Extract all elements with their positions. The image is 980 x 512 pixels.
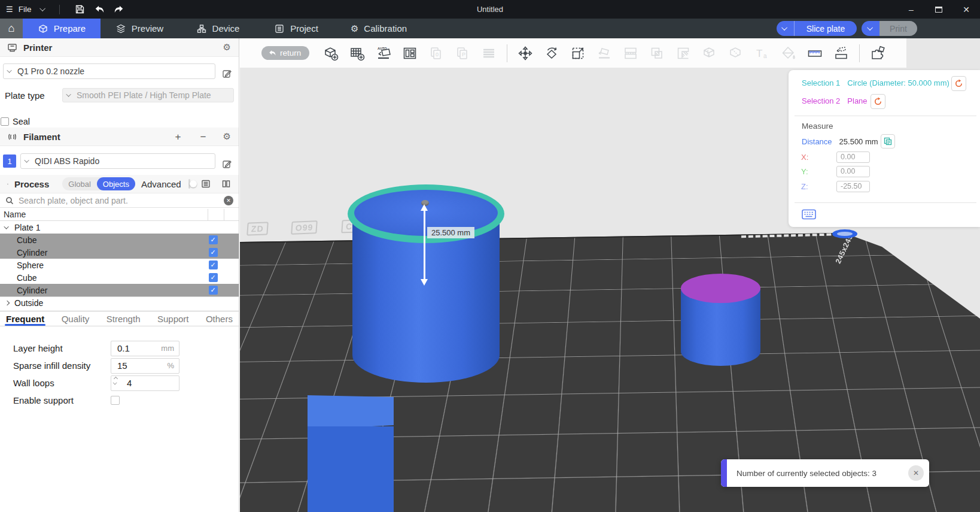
tab-quality[interactable]: Quality: [62, 311, 90, 326]
filament-preset-dropdown[interactable]: QIDI ABS Rapido: [20, 153, 215, 169]
tab-project[interactable]: Project: [257, 19, 335, 38]
tab-prepare[interactable]: Prepare: [23, 19, 101, 38]
scale-icon[interactable]: [570, 45, 586, 62]
plate-type-dropdown[interactable]: Smooth PEI Plate / High Temp Plate: [62, 88, 234, 102]
rotate-icon[interactable]: [543, 45, 560, 62]
axis-z-input[interactable]: -25.50: [836, 181, 870, 192]
plate-row[interactable]: Plate 1: [0, 221, 239, 234]
seal-checkbox[interactable]: [1, 117, 9, 126]
printer-preset-dropdown[interactable]: Q1 Pro 0.2 nozzle: [3, 63, 215, 79]
param-list-icon[interactable]: [201, 179, 211, 189]
slice-plate-button[interactable]: Slice plate: [777, 21, 857, 36]
add-filament-button[interactable]: +: [173, 132, 184, 142]
tab-preview[interactable]: Preview: [101, 19, 178, 38]
split-icon[interactable]: [622, 45, 639, 62]
add-plate-icon[interactable]: [349, 45, 366, 62]
slice-dropdown-chevron[interactable]: [777, 21, 795, 36]
keyboard-input-icon[interactable]: [802, 209, 816, 220]
visibility-checkbox[interactable]: [209, 273, 218, 282]
paste-icon[interactable]: P: [454, 45, 471, 62]
tab-support[interactable]: Support: [157, 311, 189, 326]
tab-calibration[interactable]: ⚙ Calibration: [335, 19, 422, 38]
enable-support-checkbox[interactable]: [111, 396, 120, 405]
undo-button[interactable]: [92, 2, 106, 17]
notification-close-button[interactable]: ✕: [908, 465, 924, 481]
search-input[interactable]: [19, 196, 219, 205]
print-button[interactable]: Print: [862, 21, 917, 36]
return-button[interactable]: return: [261, 46, 309, 60]
fill-region-icon[interactable]: [675, 45, 692, 62]
redo-button[interactable]: [112, 2, 126, 17]
tab-strength[interactable]: Strength: [106, 311, 141, 326]
tab-frequent[interactable]: Frequent: [6, 311, 44, 326]
visibility-checkbox[interactable]: [209, 260, 218, 269]
mesh-split-icon[interactable]: [728, 45, 744, 62]
visibility-checkbox[interactable]: [209, 248, 218, 257]
cylinder-top-selected-plane[interactable]: [681, 274, 760, 303]
print-dropdown-chevron[interactable]: [862, 21, 879, 36]
chevron-down-icon[interactable]: [40, 5, 46, 11]
minimize-button[interactable]: –: [897, 0, 925, 19]
home-button[interactable]: ⌂: [0, 19, 23, 38]
selection2-reset-button[interactable]: [871, 94, 885, 109]
search-clear-button[interactable]: ✕: [224, 196, 233, 205]
assembly-view-icon[interactable]: [869, 45, 886, 62]
copy-icon[interactable]: 0: [428, 45, 445, 62]
compare-columns-icon[interactable]: [221, 179, 231, 189]
hamburger-icon[interactable]: ☰: [6, 5, 13, 14]
sphere-object[interactable]: [832, 229, 857, 238]
tab-device[interactable]: Device: [178, 19, 257, 38]
visibility-checkbox[interactable]: [209, 235, 218, 244]
align-stack-icon[interactable]: [480, 45, 497, 62]
object-row[interactable]: Cylinder: [0, 284, 239, 296]
cylinder-top-selected-circle[interactable]: [348, 184, 504, 243]
save-button[interactable]: [72, 2, 87, 17]
layer-height-input[interactable]: 0.1 mm: [111, 341, 179, 356]
filament-settings-gear-icon[interactable]: ⚙: [223, 131, 231, 142]
object-row[interactable]: Cube: [0, 271, 239, 284]
close-button[interactable]: ✕: [952, 0, 980, 19]
infill-density-input[interactable]: 15 %: [111, 358, 179, 374]
printer-settings-gear-icon[interactable]: ⚙: [223, 42, 231, 53]
cube-object-top[interactable]: [308, 395, 394, 430]
stepper-down-icon[interactable]: [113, 380, 117, 384]
object-row[interactable]: Cube: [0, 234, 239, 246]
stepper-up-icon[interactable]: [114, 376, 118, 380]
printer-edit-button[interactable]: [220, 63, 234, 84]
chevron-right-icon[interactable]: [5, 301, 10, 305]
file-menu[interactable]: File: [19, 5, 32, 14]
remove-filament-button[interactable]: −: [198, 132, 209, 142]
boolean-icon[interactable]: [649, 45, 665, 62]
scope-global-button[interactable]: Global: [62, 177, 97, 190]
preview-icon: [115, 23, 126, 34]
layer-height-label: Layer height: [13, 343, 111, 353]
outside-row[interactable]: Outside: [0, 296, 239, 309]
add-object-icon[interactable]: [322, 45, 339, 62]
cube-object-front[interactable]: [308, 426, 394, 512]
move-icon[interactable]: [517, 45, 534, 62]
cut-mesh-icon[interactable]: [701, 45, 718, 62]
placement-icon[interactable]: [833, 45, 850, 62]
copy-distance-button[interactable]: [881, 134, 895, 149]
advanced-toggle[interactable]: [188, 179, 190, 189]
chevron-down-icon[interactable]: [4, 224, 8, 229]
filament-slot-badge[interactable]: 1: [3, 154, 16, 168]
tab-others[interactable]: Others: [206, 311, 233, 326]
auto-orient-icon[interactable]: AUTO: [375, 45, 392, 62]
scope-objects-button[interactable]: Objects: [97, 177, 135, 190]
object-row[interactable]: Sphere: [0, 259, 239, 271]
wall-loops-stepper[interactable]: 4: [111, 375, 179, 391]
maximize-button[interactable]: [925, 0, 952, 19]
stepper-arrows[interactable]: [114, 377, 117, 385]
selection1-reset-button[interactable]: [951, 76, 966, 91]
text-tool-icon[interactable]: Ta: [754, 45, 771, 62]
axis-y-input[interactable]: 0.00: [836, 166, 870, 177]
lay-on-face-icon[interactable]: [596, 45, 613, 62]
visibility-checkbox[interactable]: [209, 286, 218, 295]
color-paint-icon[interactable]: [780, 45, 797, 62]
measure-icon[interactable]: [806, 45, 823, 62]
arrange-icon[interactable]: [401, 45, 418, 62]
filament-edit-button[interactable]: [220, 153, 234, 175]
object-row[interactable]: Cylinder: [0, 246, 239, 259]
axis-x-input[interactable]: 0.00: [836, 152, 870, 163]
